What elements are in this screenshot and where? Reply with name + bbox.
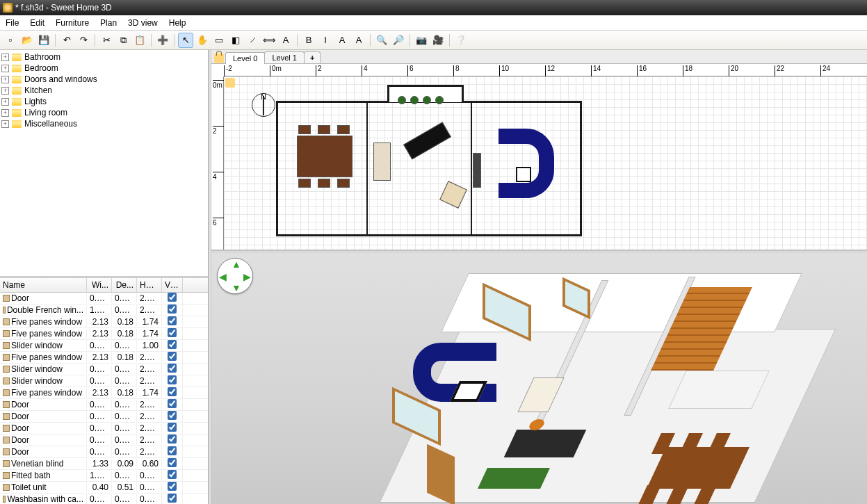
furniture-catalog[interactable]: +Bathroom+Bedroom+Doors and windows+Kitc… xyxy=(0,50,208,276)
level-tab-0[interactable]: Level 0 xyxy=(225,52,265,64)
menu-file[interactable]: File xyxy=(0,16,24,30)
interior-wall-2[interactable] xyxy=(471,101,472,236)
sectional-sofa-2d[interactable] xyxy=(499,129,554,198)
furniture-row[interactable]: Door0.9140.1482.083 xyxy=(0,293,208,304)
plan-canvas[interactable] xyxy=(224,76,867,250)
visibility-checkbox[interactable] xyxy=(168,399,177,408)
furniture-row[interactable]: Slider window0.7710.0812.099 xyxy=(0,375,208,387)
visibility-checkbox[interactable] xyxy=(168,364,177,373)
coffee-table-2d[interactable] xyxy=(516,167,531,182)
plan-2d-view[interactable]: -20m24681012141618202224 0m246 xyxy=(211,64,867,250)
furniture-row[interactable]: Door0.8740.1482.083 xyxy=(0,446,208,458)
zoom-in-icon[interactable]: 🔍 xyxy=(374,33,389,48)
col-header-name[interactable]: Name xyxy=(0,278,87,292)
menu-furniture[interactable]: Furniture xyxy=(50,16,95,30)
visibility-checkbox[interactable] xyxy=(168,328,177,337)
furniture-row[interactable]: Door0.9140.1482.083 xyxy=(0,399,208,411)
furniture-row[interactable]: Slider window0.7710.0812.099 xyxy=(0,364,208,375)
expand-icon[interactable]: + xyxy=(1,120,9,128)
catalog-category[interactable]: +Living room xyxy=(1,107,206,118)
plant-2d[interactable] xyxy=(435,96,444,104)
sofa-2d[interactable] xyxy=(373,143,391,181)
nav-down-icon[interactable]: ▼ xyxy=(232,282,241,293)
dining-chair-2d[interactable] xyxy=(318,125,330,134)
paste-icon[interactable]: 📋 xyxy=(132,33,147,48)
save-file-icon[interactable]: 💾 xyxy=(36,33,51,48)
furniture-row[interactable]: Five panes window2.130.181.74 xyxy=(0,328,208,340)
furniture-row[interactable]: Double French win...1.3210.1052.099 xyxy=(0,304,208,316)
visibility-checkbox[interactable] xyxy=(168,470,177,479)
visibility-checkbox[interactable] xyxy=(168,446,177,455)
visibility-checkbox[interactable] xyxy=(168,423,177,432)
menu-edit[interactable]: Edit xyxy=(24,16,50,30)
create-room-icon[interactable]: ◧ xyxy=(228,33,243,48)
compass-icon[interactable] xyxy=(252,93,275,117)
expand-icon[interactable]: + xyxy=(1,65,9,72)
furniture-row[interactable]: Venetian blind1.330.090.60 xyxy=(0,458,208,470)
catalog-category[interactable]: +Bedroom xyxy=(1,63,206,74)
catalog-category[interactable]: +Doors and windows xyxy=(1,74,206,85)
nav-left-icon[interactable]: ◀ xyxy=(219,271,227,282)
furniture-row[interactable]: Five panes window2.130.181.74 xyxy=(0,316,208,328)
col-header-visible[interactable]: Visi... xyxy=(162,278,183,292)
dining-chair-2d[interactable] xyxy=(318,179,330,188)
create-video-icon[interactable]: 🎥 xyxy=(430,33,446,48)
cut-icon[interactable]: ✂ xyxy=(99,33,114,48)
visibility-checkbox[interactable] xyxy=(168,494,177,503)
select-tool-icon[interactable]: ↖ xyxy=(178,33,193,48)
undo-icon[interactable]: ↶ xyxy=(59,33,74,48)
visibility-checkbox[interactable] xyxy=(168,387,177,396)
add-furniture-icon[interactable]: ➕ xyxy=(155,33,170,48)
pan-tool-icon[interactable]: ✋ xyxy=(195,33,210,48)
furniture-row[interactable]: Five panes window2.130.182.045 xyxy=(0,352,208,364)
open-file-icon[interactable]: 📂 xyxy=(19,33,35,48)
expand-icon[interactable]: + xyxy=(1,87,9,95)
view-3d[interactable]: ▲ ▼ ◀ ▶ xyxy=(211,252,867,504)
fireplace-2d[interactable] xyxy=(473,153,481,188)
expand-icon[interactable]: + xyxy=(1,98,9,106)
expand-icon[interactable]: + xyxy=(1,76,9,83)
expand-icon[interactable]: + xyxy=(1,54,9,61)
visibility-checkbox[interactable] xyxy=(168,458,177,467)
interior-wall-1[interactable] xyxy=(366,101,368,236)
furniture-row[interactable]: Door0.9140.1482.083 xyxy=(0,411,208,423)
zoom-out-icon[interactable]: 🔎 xyxy=(391,33,406,48)
furniture-row[interactable]: Washbasin with ca...0.6220.5720.965 xyxy=(0,494,208,504)
catalog-category[interactable]: +Bathroom xyxy=(1,51,206,63)
catalog-category[interactable]: +Miscellaneous xyxy=(1,118,206,129)
create-text-icon[interactable]: A xyxy=(278,33,293,48)
visibility-checkbox[interactable] xyxy=(168,293,177,302)
menu-plan[interactable]: Plan xyxy=(95,16,122,30)
furniture-row[interactable]: Door0.8740.1482.083 xyxy=(0,434,208,446)
dining-chair-2d[interactable] xyxy=(337,179,350,188)
dining-chair-2d[interactable] xyxy=(298,179,311,188)
create-dimension-icon[interactable]: ⟺ xyxy=(261,33,277,48)
catalog-category[interactable]: +Kitchen xyxy=(1,85,206,96)
dining-table-2d[interactable] xyxy=(297,136,353,177)
expand-icon[interactable]: + xyxy=(1,109,9,117)
visibility-checkbox[interactable] xyxy=(168,304,177,314)
visibility-checkbox[interactable] xyxy=(168,434,177,444)
visibility-checkbox[interactable] xyxy=(168,316,177,325)
help-icon[interactable]: ❔ xyxy=(453,33,469,48)
bold-icon[interactable]: B xyxy=(301,33,316,48)
level-tab-1[interactable]: Level 1 xyxy=(264,51,304,63)
dining-chair-2d[interactable] xyxy=(298,125,311,134)
furniture-row[interactable]: Door0.9140.1482.083 xyxy=(0,423,208,434)
nav-up-icon[interactable]: ▲ xyxy=(232,259,241,270)
col-header-height[interactable]: Hei... xyxy=(137,278,162,292)
furniture-row[interactable]: Slider window0.7210.0811.00 xyxy=(0,340,208,352)
menu-help[interactable]: Help xyxy=(163,16,192,30)
decrease-font-icon[interactable]: A xyxy=(351,33,366,48)
col-header-width[interactable]: Wi... xyxy=(87,278,112,292)
visibility-checkbox[interactable] xyxy=(168,482,177,491)
visibility-checkbox[interactable] xyxy=(168,352,177,361)
visibility-checkbox[interactable] xyxy=(168,375,177,384)
create-photo-icon[interactable]: 📷 xyxy=(414,33,429,48)
copy-icon[interactable]: ⧉ xyxy=(115,33,131,48)
new-file-icon[interactable]: ▫ xyxy=(3,33,18,48)
visibility-checkbox[interactable] xyxy=(168,340,177,349)
furniture-list-body[interactable]: Door0.9140.1482.083Double French win...1… xyxy=(0,293,208,504)
redo-icon[interactable]: ↷ xyxy=(76,33,91,48)
furniture-row[interactable]: Five panes window2.130.181.74 xyxy=(0,387,208,399)
